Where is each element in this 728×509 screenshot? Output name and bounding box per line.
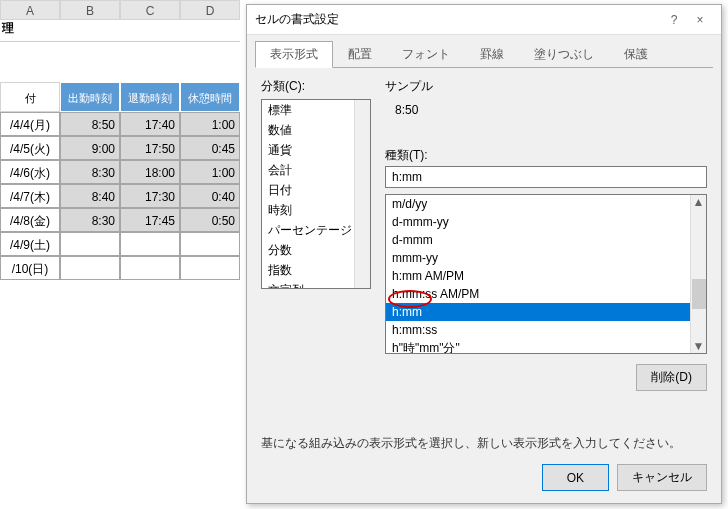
colhead-c[interactable]: C <box>120 0 180 20</box>
cell-time[interactable] <box>180 256 240 280</box>
scroll-thumb[interactable] <box>692 279 706 309</box>
spreadsheet: A B C D 理 付 出勤時刻 退勤時刻 休憩時間 /4/4(月)8:5017… <box>0 0 240 280</box>
cell-date[interactable]: /4/8(金) <box>0 208 60 232</box>
hint-text: 基になる組み込みの表示形式を選択し、新しい表示形式を入力してください。 <box>247 431 721 452</box>
table-row: /4/9(土) <box>0 232 240 256</box>
cell-date[interactable]: /4/5(火) <box>0 136 60 160</box>
cell-time[interactable]: 18:00 <box>120 160 180 184</box>
cancel-button[interactable]: キャンセル <box>617 464 707 491</box>
format-list[interactable]: m/d/yyd-mmm-yyd-mmmmmm-yyh:mm AM/PMh:mm:… <box>385 194 707 354</box>
scroll-down-icon[interactable]: ▼ <box>693 339 705 353</box>
dialog-tabs: 表示形式 配置 フォント 罫線 塗りつぶし 保護 <box>247 35 721 68</box>
cell-time[interactable]: 0:50 <box>180 208 240 232</box>
table-row: /4/6(水)8:3018:001:00 <box>0 160 240 184</box>
cell-time[interactable]: 17:30 <box>120 184 180 208</box>
cell-time[interactable]: 17:50 <box>120 136 180 160</box>
colhead-b[interactable]: B <box>60 0 120 20</box>
dialog-title: セルの書式設定 <box>255 11 661 28</box>
table-row: /10(日) <box>0 256 240 280</box>
sample-box: 8:50 <box>385 99 707 139</box>
tab-protection[interactable]: 保護 <box>609 41 663 68</box>
table-row: /4/4(月)8:5017:401:00 <box>0 112 240 136</box>
delete-button[interactable]: 削除(D) <box>636 364 707 391</box>
dialog-titlebar[interactable]: セルの書式設定 ? × <box>247 5 721 35</box>
table-row: /4/8(金)8:3017:450:50 <box>0 208 240 232</box>
cell-time[interactable]: 0:40 <box>180 184 240 208</box>
type-input[interactable] <box>385 166 707 188</box>
tab-number-format[interactable]: 表示形式 <box>255 41 333 68</box>
format-item[interactable]: h"時"mm"分" <box>386 339 706 354</box>
cell-time[interactable]: 8:30 <box>60 208 120 232</box>
header-break[interactable]: 休憩時間 <box>180 82 240 112</box>
header-out[interactable]: 退勤時刻 <box>120 82 180 112</box>
category-label: 分類(C): <box>261 78 371 95</box>
format-item[interactable]: mmm-yy <box>386 249 706 267</box>
cell-time[interactable]: 17:40 <box>120 112 180 136</box>
dialog-footer: OK キャンセル <box>247 452 721 503</box>
format-scrollbar[interactable]: ▲ ▼ <box>690 195 706 353</box>
sample-label: サンプル <box>385 78 707 95</box>
table-row: /4/5(火)9:0017:500:45 <box>0 136 240 160</box>
cell-date[interactable]: /4/4(月) <box>0 112 60 136</box>
format-item[interactable]: d-mmm <box>386 231 706 249</box>
cell-date[interactable]: /4/9(土) <box>0 232 60 256</box>
header-in[interactable]: 出勤時刻 <box>60 82 120 112</box>
cell-time[interactable] <box>60 256 120 280</box>
tab-fill[interactable]: 塗りつぶし <box>519 41 609 68</box>
cell-date[interactable]: /4/6(水) <box>0 160 60 184</box>
cell-time[interactable]: 17:45 <box>120 208 180 232</box>
cell-time[interactable]: 9:00 <box>60 136 120 160</box>
type-label: 種類(T): <box>385 147 707 164</box>
cell-time[interactable] <box>60 232 120 256</box>
format-item[interactable]: d-mmm-yy <box>386 213 706 231</box>
help-button[interactable]: ? <box>661 13 687 27</box>
cell-time[interactable]: 8:30 <box>60 160 120 184</box>
tab-border[interactable]: 罫線 <box>465 41 519 68</box>
cell-time[interactable]: 1:00 <box>180 112 240 136</box>
tab-font[interactable]: フォント <box>387 41 465 68</box>
sample-value: 8:50 <box>385 99 707 117</box>
cell-time[interactable] <box>180 232 240 256</box>
scroll-up-icon[interactable]: ▲ <box>693 195 705 209</box>
cell-date[interactable]: /10(日) <box>0 256 60 280</box>
format-item[interactable]: h:mm <box>386 303 706 321</box>
header-row: 付 出勤時刻 退勤時刻 休憩時間 <box>0 82 240 112</box>
cell-time[interactable]: 1:00 <box>180 160 240 184</box>
colhead-d[interactable]: D <box>180 0 240 20</box>
cell-time[interactable]: 8:40 <box>60 184 120 208</box>
format-item[interactable]: h:mm AM/PM <box>386 267 706 285</box>
sheet-title: 理 <box>0 20 240 42</box>
category-scrollbar[interactable] <box>354 100 370 288</box>
category-list[interactable]: 標準数値通貨会計日付時刻パーセンテージ分数指数文字列その他ユーザー定義 <box>261 99 371 289</box>
ok-button[interactable]: OK <box>542 464 609 491</box>
cell-time[interactable] <box>120 256 180 280</box>
format-cells-dialog: セルの書式設定 ? × 表示形式 配置 フォント 罫線 塗りつぶし 保護 分類(… <box>246 4 722 504</box>
close-button[interactable]: × <box>687 13 713 27</box>
format-item[interactable]: m/d/yy <box>386 195 706 213</box>
table-row: /4/7(木)8:4017:300:40 <box>0 184 240 208</box>
cell-time[interactable]: 0:45 <box>180 136 240 160</box>
cell-time[interactable] <box>120 232 180 256</box>
format-item[interactable]: h:mm:ss AM/PM <box>386 285 706 303</box>
cell-time[interactable]: 8:50 <box>60 112 120 136</box>
column-headers: A B C D <box>0 0 240 20</box>
colhead-a[interactable]: A <box>0 0 60 20</box>
format-item[interactable]: h:mm:ss <box>386 321 706 339</box>
header-date[interactable]: 付 <box>0 82 60 112</box>
tab-alignment[interactable]: 配置 <box>333 41 387 68</box>
cell-date[interactable]: /4/7(木) <box>0 184 60 208</box>
